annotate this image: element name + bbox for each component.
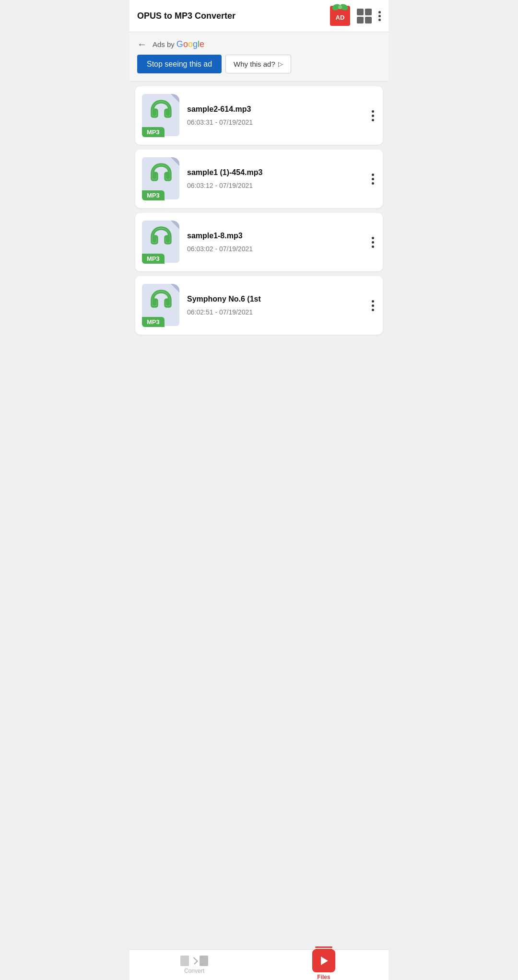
svg-rect-3 (153, 109, 156, 116)
more-options-button[interactable] (378, 11, 381, 21)
headphone-icon (150, 162, 173, 184)
svg-rect-5 (153, 173, 156, 179)
file-card[interactable]: MP3 sample1-8.mp3 06:03:02 - 07/19/2021 (135, 213, 383, 271)
bow-icon (331, 3, 349, 12)
file-info: sample2-614.mp3 06:03:31 - 07/19/2021 (187, 105, 363, 126)
file-options-button[interactable] (370, 235, 376, 250)
file-meta: 06:03:02 - 07/19/2021 (187, 245, 363, 253)
google-text: Google (177, 39, 204, 49)
file-options-button[interactable] (370, 298, 376, 313)
file-card[interactable]: MP3 sample1 (1)-454.mp3 06:03:12 - 07/19… (135, 150, 383, 208)
file-options-button[interactable] (370, 108, 376, 123)
header-actions: AD (330, 6, 381, 26)
file-list: MP3 sample2-614.mp3 06:03:31 - 07/19/202… (130, 82, 388, 339)
file-info: sample1 (1)-454.mp3 06:03:12 - 07/19/202… (187, 168, 363, 189)
why-this-ad-button[interactable]: Why this ad? ▷ (225, 55, 291, 73)
file-name: Symphony No.6 (1st (187, 295, 363, 303)
file-card[interactable]: MP3 Symphony No.6 (1st 06:02:51 - 07/19/… (135, 276, 383, 335)
file-name: sample2-614.mp3 (187, 105, 363, 114)
file-info: sample1-8.mp3 06:03:02 - 07/19/2021 (187, 232, 363, 253)
ad-label-text: AD (336, 14, 345, 21)
file-info: Symphony No.6 (1st 06:02:51 - 07/19/2021 (187, 295, 363, 316)
stop-seeing-ad-button[interactable]: Stop seeing this ad (137, 55, 222, 73)
mp3-badge: MP3 (142, 317, 165, 327)
svg-rect-4 (166, 109, 170, 116)
svg-rect-10 (166, 299, 170, 306)
ad-icon-button[interactable]: AD (330, 6, 350, 26)
app-title: OPUS to MP3 Converter (137, 11, 235, 21)
headphone-icon (150, 99, 173, 121)
file-icon: MP3 (142, 157, 180, 200)
headphone-icon (150, 289, 173, 311)
file-icon: MP3 (142, 221, 180, 264)
file-card[interactable]: MP3 sample2-614.mp3 06:03:31 - 07/19/202… (135, 86, 383, 145)
file-name: sample1-8.mp3 (187, 232, 363, 240)
file-name: sample1 (1)-454.mp3 (187, 168, 363, 177)
grid-view-button[interactable] (357, 9, 372, 23)
svg-rect-6 (166, 173, 170, 179)
file-meta: 06:03:12 - 07/19/2021 (187, 182, 363, 189)
why-arrow-icon: ▷ (278, 60, 283, 68)
headphone-icon (150, 225, 173, 247)
file-meta: 06:02:51 - 07/19/2021 (187, 308, 363, 316)
mp3-badge: MP3 (142, 190, 165, 200)
file-icon: MP3 (142, 284, 180, 327)
svg-point-2 (338, 5, 342, 9)
svg-rect-8 (166, 236, 170, 243)
file-options-button[interactable] (370, 172, 376, 187)
svg-rect-9 (153, 299, 156, 306)
app-header: OPUS to MP3 Converter AD (130, 0, 388, 32)
file-meta: 06:03:31 - 07/19/2021 (187, 118, 363, 126)
mp3-badge: MP3 (142, 254, 165, 264)
file-icon: MP3 (142, 94, 180, 137)
ad-banner: ← Ads by Google Stop seeing this ad Why … (130, 32, 388, 82)
mp3-badge: MP3 (142, 127, 165, 137)
svg-rect-7 (153, 236, 156, 243)
ad-back-button[interactable]: ← (137, 39, 147, 50)
ads-by-google-label: Ads by Google (153, 39, 204, 49)
